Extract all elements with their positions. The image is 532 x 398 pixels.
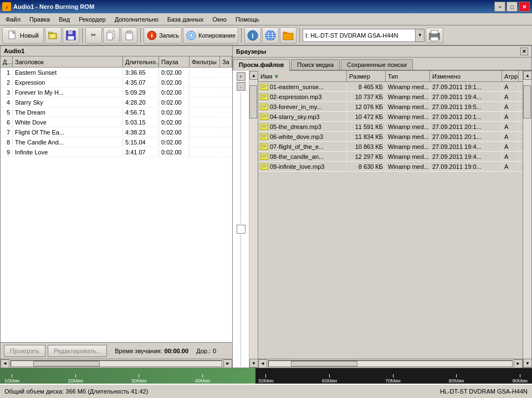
tab-file-browser[interactable]: Просм.файлов — [233, 59, 290, 71]
menu-window[interactable]: Окно — [208, 15, 231, 24]
file-vscroll-track[interactable] — [523, 80, 531, 359]
track-duration: 4:35.07 — [123, 79, 159, 86]
toolbar-separator-1 — [82, 28, 83, 43]
open-icon — [48, 30, 59, 41]
col-num[interactable]: Д... — [1, 56, 13, 67]
table-row[interactable]: 5 The Dream 4:56.71 0:02.00 — [1, 107, 232, 117]
timeline-label: 20Мин — [68, 378, 84, 384]
hscroll-right[interactable]: ► — [223, 359, 232, 368]
copy-disc-button[interactable]: Копирование — [183, 27, 238, 44]
fh-type[interactable]: Тип — [386, 71, 430, 81]
list-item[interactable]: 05-the_dream.mp3 11 591 КБ Winamp med...… — [258, 122, 523, 132]
tree-node[interactable]: - — [237, 225, 245, 234]
hscroll-left[interactable]: ◄ — [1, 359, 9, 368]
col-filter[interactable]: Фильтры — [190, 56, 220, 67]
file-vscroll-up[interactable]: ▲ — [523, 71, 531, 80]
list-item[interactable]: 08-the_candle_an... 12 297 КБ Winamp med… — [258, 152, 523, 162]
minimize-button[interactable]: – — [494, 2, 505, 12]
menu-file[interactable]: Файл — [1, 15, 25, 24]
tab-saved-searches[interactable]: Сохраненные поиски — [341, 59, 413, 70]
table-row[interactable]: 9 Infinite Love 3:41.07 0:02.00 — [1, 147, 232, 157]
file-browser: + - - ▲ ▼ Имя ▼ — [233, 71, 531, 368]
track-extra — [220, 152, 232, 153]
menu-help[interactable]: Помощь — [231, 15, 264, 24]
open-button[interactable] — [45, 27, 62, 44]
menu-database[interactable]: База данных — [163, 15, 208, 24]
play-button[interactable]: Проиграть — [4, 345, 45, 357]
list-item[interactable]: 01-eastern_sunse... 8 465 КБ Winamp med.… — [258, 82, 523, 92]
file-hscroll-thumb[interactable] — [291, 361, 357, 366]
col-title[interactable]: Заголовок — [13, 56, 123, 67]
file-vscroll-down[interactable]: ▼ — [523, 359, 531, 368]
folder-button[interactable] — [280, 27, 296, 44]
tab-media-search[interactable]: Поиск медиа — [291, 59, 340, 70]
file-date: 27.09.2011 20:1... — [430, 133, 502, 141]
table-row[interactable]: 3 Forever In My H... 5:09.29 0:02.00 — [1, 87, 232, 97]
table-row[interactable]: 4 Starry Sky 4:28.20 0:02.00 — [1, 97, 232, 107]
tree-scroll-track[interactable] — [249, 80, 258, 359]
file-hscroll-right[interactable]: ► — [514, 359, 523, 368]
col-pause[interactable]: Пауза — [159, 56, 190, 67]
hscroll-thumb[interactable] — [33, 361, 100, 366]
svg-rect-31 — [261, 84, 268, 90]
printer-button[interactable] — [426, 28, 443, 43]
list-item[interactable]: 09-infinite_love.mp3 8 630 КБ Winamp med… — [258, 162, 523, 172]
save-button[interactable] — [63, 27, 79, 44]
paste-button[interactable] — [121, 27, 137, 44]
table-row[interactable]: 7 Flight Of The Ea... 4:38.23 0:02.00 — [1, 127, 232, 137]
hscroll-track[interactable] — [11, 360, 222, 367]
file-name: 08-the_candle_an... — [258, 153, 347, 161]
tree-scroll-down[interactable]: ▼ — [249, 359, 258, 368]
timeline-label: 60Мин — [322, 378, 337, 384]
table-row[interactable]: 8 The Candle And... 5:15.04 0:02.00 — [1, 137, 232, 147]
table-row[interactable]: 1 Eastern Sunset 3:36.65 0:02.00 — [1, 68, 232, 77]
track-title: White Dove — [13, 118, 123, 126]
file-hscroll-left[interactable]: ◄ — [258, 359, 267, 368]
list-item[interactable]: 07-flight_of_the_e... 10 863 КБ Winamp m… — [258, 142, 523, 152]
table-row[interactable]: 6 White Dove 5:03.15 0:02.00 — [1, 117, 232, 127]
file-date: 27.09.2011 19:4... — [430, 153, 502, 161]
file-attr: A — [502, 123, 519, 131]
fh-name[interactable]: Имя ▼ — [258, 71, 347, 81]
window-title: Audio1 - Nero Burning ROM — [13, 3, 494, 10]
menu-recorder[interactable]: Рекордер — [74, 15, 110, 24]
tree-scroll-up[interactable]: ▲ — [249, 71, 258, 80]
file-attr: A — [502, 113, 519, 121]
burn-icon — [146, 30, 157, 41]
file-name: 01-eastern_sunse... — [258, 83, 347, 91]
list-item[interactable]: 04-starry_sky.mp3 10 472 КБ Winamp med..… — [258, 112, 523, 122]
fh-attr[interactable]: Атрр — [502, 71, 519, 81]
close-button[interactable]: ✕ — [519, 2, 530, 12]
maximize-button[interactable]: □ — [507, 2, 518, 12]
list-item[interactable]: 03-forever_in_my... 12 076 КБ Winamp med… — [258, 102, 523, 112]
drive-dropdown[interactable]: ▼ — [415, 29, 424, 42]
file-type: Winamp med... — [386, 93, 430, 101]
list-item[interactable]: 02-expression.mp3 10 737 КБ Winamp med..… — [258, 92, 523, 102]
tree-collapse-btn[interactable]: + — [237, 72, 245, 81]
copy-button[interactable] — [103, 27, 120, 44]
fh-size[interactable]: Размер — [347, 71, 386, 81]
burn-button[interactable]: Запись — [144, 27, 182, 44]
close-browser-button[interactable]: ✕ — [520, 48, 528, 55]
col-extra[interactable]: За — [220, 56, 232, 67]
list-item[interactable]: 06-white_dove.mp3 11 834 КБ Winamp med..… — [258, 132, 523, 142]
col-duration[interactable]: Длительно... — [123, 56, 159, 67]
file-vscroll-thumb[interactable] — [523, 85, 531, 118]
menu-view[interactable]: Вид — [54, 15, 74, 24]
tree-expand-btn[interactable]: - — [237, 82, 245, 91]
new-button[interactable]: Новый — [2, 27, 44, 44]
fh-date[interactable]: Изменено — [430, 71, 502, 81]
menu-edit[interactable]: Правка — [25, 15, 54, 24]
menu-extra[interactable]: Дополнительно — [110, 15, 163, 24]
table-row[interactable]: 2 Expression 4:35.07 0:02.00 — [1, 77, 232, 87]
file-hscroll-track[interactable] — [268, 360, 513, 367]
info-button[interactable]: i — [244, 27, 261, 44]
web-button[interactable] — [262, 27, 279, 44]
tree-scroll-thumb[interactable] — [249, 85, 257, 118]
track-pause: 0:02.00 — [159, 69, 190, 76]
timeline-tick — [75, 374, 76, 378]
edit-button[interactable]: Редактировать... — [48, 345, 107, 357]
file-size: 12 297 КБ — [347, 153, 386, 161]
cut-button[interactable]: ✂ — [85, 27, 102, 44]
track-num: 5 — [1, 108, 13, 116]
